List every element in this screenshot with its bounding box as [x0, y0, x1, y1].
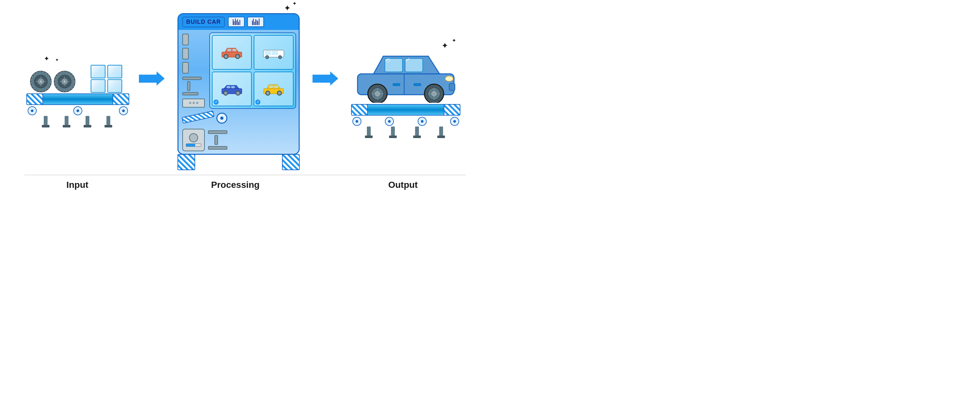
machine-header: BUILD CAR — [178, 14, 299, 30]
output-label: Output — [388, 180, 418, 190]
svg-rect-53 — [393, 84, 400, 86]
output-belt — [351, 104, 460, 138]
arrow-input-to-processing — [139, 71, 165, 87]
slot-dot-3 — [196, 102, 198, 104]
machine-pipe-v-1 — [215, 135, 218, 145]
svg-point-69 — [445, 76, 453, 81]
machine-progress-bar — [186, 144, 201, 147]
bline — [255, 22, 255, 25]
box-2 — [107, 65, 122, 78]
sparkle-input-1: ✦ — [44, 55, 49, 62]
bline — [233, 19, 234, 25]
box-4 — [107, 79, 122, 93]
input-belt-track — [26, 93, 129, 105]
machine-right-pipes — [208, 130, 228, 150]
bline — [240, 20, 240, 25]
svg-point-42 — [267, 92, 269, 94]
car-red-sedan-icon — [220, 46, 243, 59]
machine-bottom-box — [182, 129, 205, 151]
belt-stripe-left — [27, 94, 43, 105]
svg-rect-28 — [272, 51, 278, 55]
svg-rect-54 — [414, 84, 421, 86]
svg-rect-70 — [449, 84, 455, 90]
pipe-system — [182, 77, 205, 95]
main-container: ✦ ✦ — [0, 7, 490, 173]
knob-3 — [182, 62, 189, 73]
svg-point-44 — [278, 92, 281, 94]
barcode-lines-2 — [252, 19, 259, 25]
input-belt-legs — [26, 116, 129, 127]
pipe-h-2 — [182, 92, 198, 95]
bline — [258, 21, 258, 25]
bline — [259, 19, 259, 25]
sparkle-output-2: ✦ — [452, 38, 456, 43]
knob-group — [182, 34, 205, 73]
sparkle-output-1: ✦ — [442, 42, 447, 50]
processing-section: ✦ ✦ BUILD CAR — [171, 13, 306, 170]
output-wheel-2 — [385, 117, 394, 126]
output-belt-stripe-right — [444, 105, 460, 115]
output-belt-mid — [368, 105, 444, 115]
bline — [236, 21, 237, 25]
svg-rect-20 — [228, 49, 231, 51]
machine-content: ✓ — [178, 30, 299, 111]
svg-point-29 — [266, 55, 269, 59]
leg-1 — [44, 116, 49, 127]
svg-rect-48 — [405, 59, 423, 72]
sparkle-proc-1: ✦ — [284, 4, 290, 13]
output-section: ✦ ✦ — [345, 45, 467, 138]
arrow-processing-to-output — [312, 71, 338, 87]
machine-circle-icon — [189, 133, 198, 142]
checkmark-yellow: ✓ — [255, 100, 261, 105]
output-wheel-4 — [450, 117, 459, 126]
svg-point-30 — [278, 55, 282, 59]
svg-rect-39 — [269, 86, 273, 88]
belt-wheel-1 — [28, 106, 37, 115]
input-section: ✦ ✦ — [23, 55, 132, 128]
machine-screen: ✓ — [209, 32, 296, 109]
bline — [255, 19, 256, 25]
input-conveyor-area: ✦ ✦ — [26, 55, 129, 127]
bline — [252, 21, 253, 25]
bline — [234, 21, 234, 25]
svg-rect-27 — [265, 51, 271, 55]
pipe-v-1 — [187, 81, 190, 91]
slot-dot-2 — [192, 102, 195, 104]
sparkle-proc-2: ✦ — [293, 1, 296, 6]
belt-pulley-icon — [216, 113, 228, 124]
output-leg-2 — [391, 127, 397, 138]
belt-stripe-right — [113, 94, 129, 105]
bline — [238, 22, 239, 25]
svg-rect-21 — [232, 49, 236, 51]
output-belt-track — [351, 104, 460, 116]
build-car-label: BUILD CAR — [182, 17, 225, 27]
svg-rect-33 — [231, 86, 235, 88]
bline — [256, 20, 257, 25]
ground-line — [24, 175, 466, 175]
svg-rect-32 — [227, 86, 230, 88]
barcode-box-1 — [228, 17, 245, 27]
processing-barriers — [178, 154, 300, 170]
input-label: Input — [66, 180, 88, 190]
input-belt-wheels — [26, 106, 129, 115]
car-white-van-icon — [262, 46, 285, 59]
output-belt-legs — [351, 127, 460, 138]
output-leg-4 — [439, 127, 445, 138]
bline — [235, 19, 235, 25]
machine-pipe-h-1 — [208, 130, 228, 134]
machine-bottom — [178, 126, 299, 154]
svg-point-23 — [225, 55, 228, 58]
car-option-white-van — [254, 35, 294, 70]
output-wheel-1 — [352, 117, 361, 126]
knob-2 — [182, 48, 189, 59]
output-car-icon — [351, 45, 460, 103]
machine-body: BUILD CAR — [178, 13, 300, 155]
processing-label: Processing — [211, 180, 260, 190]
svg-point-8 — [39, 80, 43, 83]
car-option-blue-hatchback: ✓ — [212, 71, 252, 106]
leg-2 — [65, 116, 70, 127]
knob-1 — [182, 34, 189, 45]
barrier-left-icon — [178, 154, 195, 170]
labels-row: Input Processing Output — [0, 180, 490, 190]
belt-mid — [43, 94, 113, 105]
